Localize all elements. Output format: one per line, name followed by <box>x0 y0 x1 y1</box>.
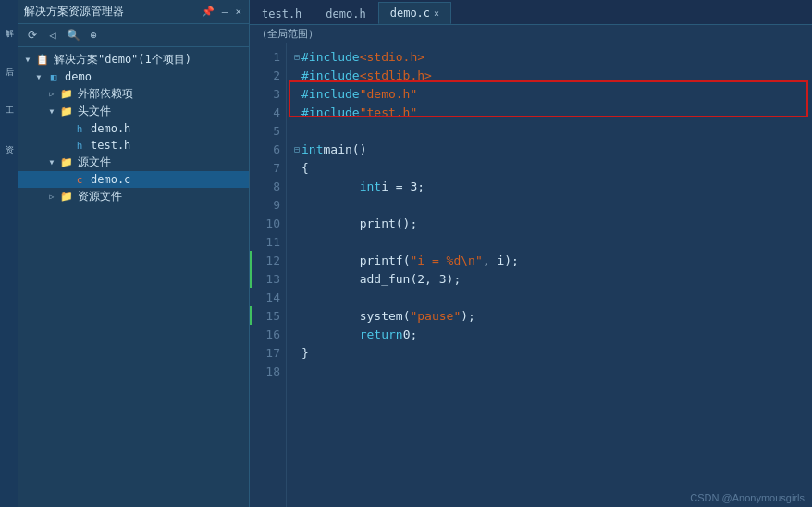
tab-close-button[interactable]: × <box>434 8 439 19</box>
back-button[interactable]: ◁ <box>44 27 61 43</box>
token-keyword: return <box>360 328 403 341</box>
token-header: <stdlib.h> <box>360 68 432 82</box>
token-header: "test.h" <box>360 105 418 119</box>
token-function: printf <box>360 254 403 267</box>
code-line-16: ⊟ return 0; <box>294 325 805 343</box>
code-region: ⊟ #include <stdio.h> ⊟ #include <stdlib.… <box>287 43 812 507</box>
code-line-2: ⊟ #include <stdlib.h> <box>294 66 805 84</box>
tree-item-solution[interactable]: ▼ 📋 解决方案"demo"(1个项目) <box>18 51 249 68</box>
token-header: <stdio.h> <box>360 50 424 64</box>
scope-bar: （全局范围） <box>250 25 812 43</box>
line-num-13: 13 <box>250 269 286 288</box>
token-string: "pause" <box>410 309 461 323</box>
token-include: #include <box>301 50 360 64</box>
tab-demo-c-label: demo.c <box>390 6 430 19</box>
expand-arrow: ▷ <box>46 192 57 203</box>
token-function: main <box>324 142 352 156</box>
spacer <box>59 140 70 151</box>
sync-button[interactable]: ⟳ <box>24 27 41 43</box>
token-keyword: int <box>301 142 323 156</box>
line-num-14: 14 <box>250 288 286 306</box>
code-editor[interactable]: 1 2 3 4 5 6 7 8 9 10 11 12 13 14 15 16 1… <box>250 43 812 507</box>
line-num-8: 8 <box>250 177 286 195</box>
solution-icon: 📋 <box>35 53 50 68</box>
expand-arrow: ▼ <box>46 157 57 168</box>
code-line-11 <box>294 232 805 251</box>
tab-test-h[interactable]: test.h <box>250 3 314 24</box>
demo-c-label: demo.c <box>91 173 130 186</box>
add-button[interactable]: ⊕ <box>85 27 102 43</box>
source-icon: c <box>72 172 87 187</box>
folder-icon: 📁 <box>59 87 74 102</box>
code-line-8: ⊟ int i = 3; <box>294 177 805 195</box>
folder-icon: 📁 <box>59 155 74 170</box>
code-line-9 <box>294 195 805 214</box>
tree-item-headers[interactable]: ▼ 📁 头文件 <box>18 103 249 120</box>
line-num-16: 16 <box>250 325 286 343</box>
line-num-6: 6 <box>250 140 286 158</box>
sidebar-icon-3[interactable]: 工 <box>2 81 17 118</box>
panel-title: 解决方案资源管理器 <box>24 4 124 19</box>
token-keyword: int <box>360 179 381 193</box>
tree-item-external-deps[interactable]: ▷ 📁 外部依赖项 <box>18 85 249 103</box>
expand-arrow: ▷ <box>46 89 57 100</box>
collapse-icon-1: ⊟ <box>294 52 300 62</box>
line-num-11: 11 <box>250 232 286 251</box>
code-content[interactable]: ⊟ #include <stdio.h> ⊟ #include <stdlib.… <box>287 43 812 384</box>
tree-item-demo-c[interactable]: c demo.c <box>18 171 249 188</box>
header-icon: h <box>72 138 87 153</box>
code-line-17: ⊟ } <box>294 343 805 362</box>
panel-header: 解决方案资源管理器 📌 — × <box>18 0 249 24</box>
tab-bar: test.h demo.h demo.c × <box>250 0 812 25</box>
code-line-7: ⊟ { <box>294 158 805 177</box>
panel-toolbar: ⟳ ◁ 🔍 ⊕ <box>18 24 249 47</box>
tree-item-resources[interactable]: ▷ 📁 资源文件 <box>18 188 249 205</box>
code-line-3: ⊟ #include "demo.h" <box>294 84 805 103</box>
code-line-1: ⊟ #include <stdio.h> <box>294 47 805 66</box>
expand-arrow: ▼ <box>33 71 44 82</box>
code-line-5 <box>294 121 805 140</box>
resources-label: 资源文件 <box>78 189 122 204</box>
left-sidebar-icons: 解 后 工 资 <box>0 0 18 507</box>
code-line-14 <box>294 288 805 306</box>
resource-icon: 📁 <box>59 190 74 204</box>
tab-demo-h[interactable]: demo.h <box>314 3 377 24</box>
line-num-15: 15 <box>250 306 286 325</box>
code-line-12: ⊟ printf ( "i = %d\n" , i); <box>294 251 805 269</box>
line-num-18: 18 <box>250 362 286 380</box>
line-num-10: 10 <box>250 214 286 232</box>
token-string: "i = %d\n" <box>410 254 482 267</box>
minimize-button[interactable]: — <box>220 6 230 18</box>
sidebar-icon-2[interactable]: 后 <box>2 43 17 80</box>
tab-demo-h-label: demo.h <box>326 7 365 20</box>
solution-label: 解决方案"demo"(1个项目) <box>54 52 191 68</box>
tree-item-demo-h[interactable]: h demo.h <box>18 120 249 137</box>
project-label: demo <box>65 70 92 83</box>
line-num-5: 5 <box>250 121 286 140</box>
solution-tree: ▼ 📋 解决方案"demo"(1个项目) ▼ ◧ demo ▷ 📁 外部依赖项 … <box>18 47 249 507</box>
tree-item-project[interactable]: ▼ ◧ demo <box>18 68 249 85</box>
sources-label: 源文件 <box>78 155 111 170</box>
code-line-10: ⊟ print (); <box>294 214 805 232</box>
sidebar-icon-1[interactable]: 解 <box>2 4 17 41</box>
close-panel-button[interactable]: × <box>233 6 243 18</box>
tree-item-test-h[interactable]: h test.h <box>18 137 249 154</box>
headers-label: 头文件 <box>78 104 111 119</box>
pin-button[interactable]: 📌 <box>200 6 216 18</box>
tab-demo-c[interactable]: demo.c × <box>378 2 451 24</box>
sidebar-icon-4[interactable]: 资 <box>2 120 17 157</box>
demo-h-label: demo.h <box>91 122 130 135</box>
expand-arrow: ▼ <box>46 106 57 117</box>
token-function: system <box>360 309 403 323</box>
line-num-9: 9 <box>250 195 286 214</box>
code-line-6: ⊟ int main () <box>294 140 805 158</box>
code-line-4: ⊟ #include "test.h" <box>294 103 805 121</box>
token-include: #include <box>301 87 360 101</box>
line-num-3: 3 <box>250 84 286 103</box>
watermark: CSDN @Anonymousgirls <box>690 492 805 503</box>
header-icon: h <box>72 121 87 136</box>
search-button[interactable]: 🔍 <box>65 27 81 43</box>
tree-item-sources[interactable]: ▼ 📁 源文件 <box>18 154 249 171</box>
code-line-13: ⊟ add_fun (2, 3); <box>294 269 805 288</box>
token-function: add_fun <box>360 272 411 286</box>
